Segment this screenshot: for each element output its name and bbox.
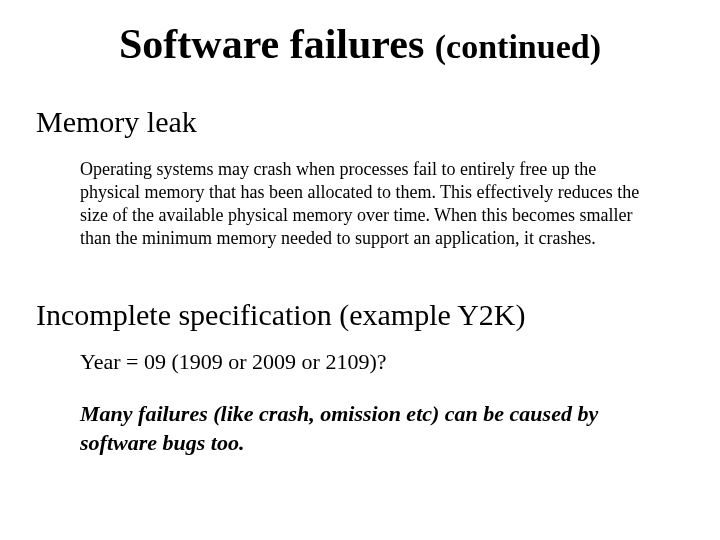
title-main: Software failures — [119, 21, 435, 67]
paragraph-year-example: Year = 09 (1909 or 2009 or 2109)? — [80, 349, 658, 375]
paragraph-conclusion: Many failures (like crash, omission etc)… — [80, 400, 658, 457]
heading-memory-leak: Memory leak — [36, 105, 197, 139]
heading-incomplete-spec: Incomplete specification (example Y2K) — [36, 298, 526, 332]
slide-title: Software failures (continued) — [0, 20, 720, 68]
title-sub: (continued) — [435, 28, 601, 65]
paragraph-memory-leak: Operating systems may crash when process… — [80, 158, 658, 250]
slide: Software failures (continued) Memory lea… — [0, 0, 720, 540]
